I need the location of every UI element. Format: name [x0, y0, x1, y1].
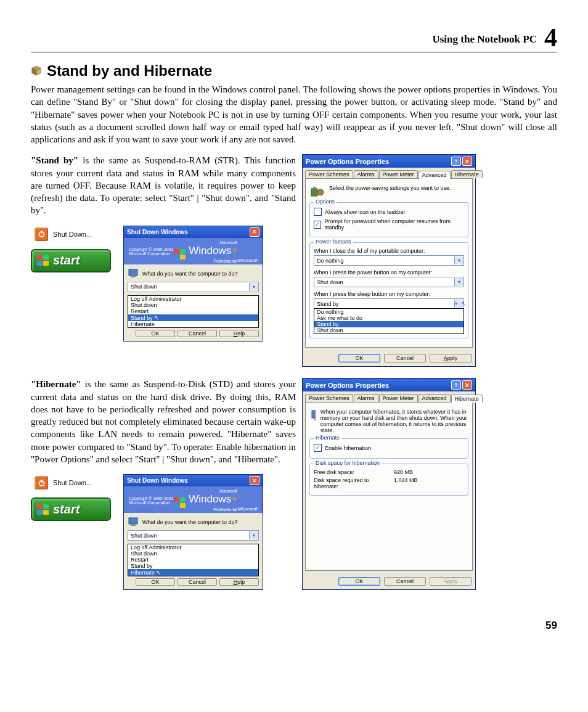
shutdown-dialog-standby: Shut Down Windows ✕ Copyright © 1985-200… [123, 226, 263, 342]
ms-text: Microsoft [238, 506, 258, 512]
tab-hibernate[interactable]: Hibernate [451, 395, 483, 403]
dd-option[interactable]: Shut down [128, 302, 258, 308]
dropdown-value: Stand by [317, 301, 339, 307]
panel-description: Select the power-saving settings you wan… [329, 185, 451, 191]
dd-option[interactable]: Do nothing [314, 309, 463, 315]
start-button[interactable]: start [31, 497, 111, 521]
close-icon[interactable]: ✕ [250, 476, 259, 485]
dd-option[interactable]: Hibernate [128, 321, 258, 327]
checkbox-label: Always show icon on the taskbar [325, 209, 406, 215]
hibernate-paragraph: "Hibernate" is the same as Suspend-to-Di… [31, 378, 296, 465]
tab-advanced[interactable]: Advanced [419, 394, 451, 402]
close-icon[interactable]: ✕ [462, 157, 472, 166]
shutdown-dialog-hibernate: Shut Down Windows ✕ Copyright © 1985-200… [123, 474, 263, 590]
dd-option[interactable]: Restart [128, 557, 258, 563]
checkbox-taskbar-icon[interactable] [314, 208, 322, 216]
dd-option[interactable]: Restart [128, 308, 258, 314]
dd-option[interactable]: Ask me what to do [314, 315, 463, 321]
ok-button[interactable]: OK [136, 330, 175, 337]
windows-word: Windows [189, 245, 231, 256]
cancel-button[interactable]: Cancel [384, 577, 426, 586]
checkbox-enable-hibernation[interactable]: ✓ [314, 444, 322, 452]
ok-button[interactable]: OK [338, 354, 380, 362]
hibernate-groupbox: Hibernate ✓ Enable hibernation [309, 438, 468, 459]
dropdown-list[interactable]: Log off Administrator Shut down Restart … [128, 295, 259, 328]
cancel-button[interactable]: Cancel [384, 354, 426, 362]
section-heading: Stand by and Hibernate [31, 62, 557, 80]
shutdown-icon [128, 517, 139, 528]
dialog-title: Shut Down Windows [127, 229, 188, 235]
power-options-advanced: Power Options Properties ? ✕ Power Schem… [302, 154, 476, 367]
help-icon[interactable]: ? [451, 157, 461, 166]
dd-option-highlighted[interactable]: Hibernate↖ [128, 569, 258, 576]
help-button[interactable]: Help [219, 578, 259, 586]
groupbox-title: Disk space for hibernation [314, 460, 382, 466]
free-space-value: 920 MB [394, 469, 413, 475]
windows-word: Windows [189, 493, 231, 505]
cancel-button[interactable]: Cancel [178, 578, 217, 586]
tab-alarms[interactable]: Alarms [354, 170, 378, 178]
sleep-button-label: When I press the sleep button on my comp… [314, 291, 464, 297]
help-icon[interactable]: ? [451, 380, 461, 390]
shutdown-menu-item[interactable]: Shut Down... [31, 474, 111, 491]
lid-dropdown[interactable]: Do nothing ▾ [314, 255, 464, 266]
power-button-label: When I press the power button on my comp… [314, 269, 464, 276]
corp-text: Microsoft Corporation [129, 501, 173, 505]
dd-option-highlighted[interactable]: Stand by [314, 321, 463, 327]
page-header: Using the Notebook PC 4 [31, 25, 557, 52]
dropdown-value: Shut down [317, 279, 343, 285]
shutdown-menu-item[interactable]: Shut Down... [31, 226, 111, 243]
ok-button[interactable]: OK [136, 578, 175, 586]
ok-button[interactable]: OK [338, 577, 380, 586]
tab-power-meter[interactable]: Power Meter [379, 394, 418, 402]
apply-button[interactable]: Apply [430, 577, 472, 586]
sleep-dropdown-list[interactable]: Do nothing Ask me what to do Stand by Sh… [314, 308, 464, 334]
package-icon [31, 65, 42, 76]
tab-hibernate[interactable]: Hibernate [451, 170, 483, 178]
dd-option[interactable]: Shut down [128, 550, 258, 557]
help-button[interactable]: Help [219, 330, 259, 337]
svg-rect-6 [131, 276, 136, 277]
xp-suffix: xp [231, 495, 237, 501]
close-icon[interactable]: ✕ [250, 227, 259, 237]
tab-power-meter[interactable]: Power Meter [379, 170, 418, 178]
start-label: start [53, 502, 80, 517]
tab-alarms[interactable]: Alarms [354, 394, 378, 402]
hibernate-text: is the same as Suspend-to-Disk (STD) and… [31, 379, 296, 464]
tab-power-schemes[interactable]: Power Schemes [305, 394, 353, 402]
disk-space-groupbox: Disk space for hibernation Free disk spa… [309, 464, 468, 496]
dd-option[interactable]: Shut down [314, 327, 463, 333]
tab-power-schemes[interactable]: Power Schemes [305, 170, 353, 178]
edition-text: Professional [174, 507, 237, 512]
power-button-dropdown[interactable]: Shut down ▾ [314, 277, 464, 287]
action-dropdown[interactable]: Shut down ▾ [128, 530, 259, 541]
chevron-down-icon: ▾ [249, 283, 258, 291]
dd-option[interactable]: Stand by [128, 563, 258, 569]
dropdown-value: Shut down [131, 533, 157, 539]
microsoft-text: Microsoft [174, 489, 237, 493]
action-dropdown[interactable]: Shut down ▾ [128, 282, 259, 292]
apply-button[interactable]: Apply [430, 354, 472, 362]
sd-question-text: What do you want the computer to do? [142, 271, 238, 277]
sleep-button-dropdown[interactable]: Stand by ▾↖ [314, 298, 464, 309]
dialog-title: Shut Down Windows [127, 477, 188, 484]
xp-suffix: xp [231, 246, 237, 252]
window-titlebar: Power Options Properties ? ✕ [303, 155, 475, 168]
microsoft-text: Microsoft [174, 240, 237, 245]
dropdown-list[interactable]: Log off Administrator Shut down Restart … [128, 544, 259, 576]
close-icon[interactable]: ✕ [462, 380, 472, 390]
start-button[interactable]: start [31, 249, 111, 272]
copyright-text: Copyright © 1985-2001 [129, 247, 173, 252]
checkbox-password-prompt[interactable]: ✓ [314, 221, 321, 229]
dd-option[interactable]: Log off Administrator [128, 296, 258, 302]
tab-advanced[interactable]: Advanced [419, 171, 451, 179]
power-icon [35, 227, 48, 241]
header-title: Using the Notebook PC [432, 33, 537, 51]
cancel-button[interactable]: Cancel [178, 330, 217, 337]
battery-gear-icon [311, 185, 324, 197]
windows-flag-icon [174, 497, 186, 507]
svg-rect-7 [311, 189, 317, 196]
checkbox-label: Prompt for password when computer resume… [324, 218, 464, 231]
dd-option[interactable]: Log off Administrator [128, 544, 258, 550]
dd-option-highlighted[interactable]: Stand by↖ [128, 314, 258, 321]
